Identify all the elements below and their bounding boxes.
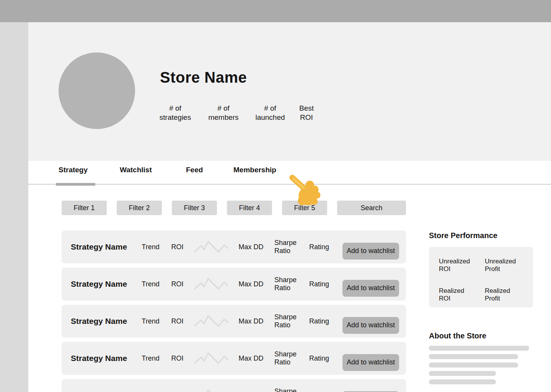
filter-3-button[interactable]: Filter 3 [172, 201, 217, 215]
store-performance-card: Unrealized ROI Unrealized Profit Realize… [429, 247, 533, 307]
tab-feed[interactable]: Feed [186, 166, 203, 174]
strategy-rating: Rating [303, 342, 335, 375]
add-to-watchlist-button[interactable]: Add to watchlist [342, 317, 399, 334]
right-panel: Store Performance Unrealized ROI Unreali… [429, 230, 533, 388]
strategy-row[interactable]: Strategy Name Trend ROI Max DD Sharpe Ra… [62, 230, 406, 263]
metric-unrealized-roi: Unrealized ROI [439, 258, 475, 278]
strategy-max-dd: Max DD [234, 230, 268, 263]
skeleton-text-bar [429, 354, 518, 359]
add-to-watchlist-cell: Add to watchlist [342, 230, 399, 263]
strategy-row[interactable]: Strategy Name Trend ROI Max DD Sharpe Ra… [62, 305, 406, 338]
stat-num-launched: # of launched [251, 104, 289, 122]
add-to-watchlist-cell: Add to watchlist [342, 305, 399, 338]
sparkline-icon [194, 342, 228, 375]
strategy-name: Strategy Name [71, 230, 132, 263]
store-page: Store Name # of strategies # of members … [0, 0, 551, 392]
strategy-roi: ROI [161, 379, 194, 392]
tab-watchlist[interactable]: Watchlist [120, 166, 152, 174]
sparkline-icon [194, 230, 228, 263]
strategy-sharpe-ratio: Sharpe Ratio [274, 305, 300, 338]
stat-num-strategies: # of strategies [156, 104, 194, 122]
strategy-sharpe-ratio: Sharpe Ratio [274, 342, 300, 375]
sparkline-icon [194, 379, 228, 392]
stat-num-members: # of members [204, 104, 243, 122]
strategy-row[interactable]: Strategy Name Trend ROI Max DD Sharpe Ra… [62, 379, 406, 392]
strategy-rating: Rating [303, 268, 335, 301]
strategy-sharpe-ratio: Sharpe Ratio [274, 379, 300, 392]
skeleton-text-bar [429, 363, 518, 368]
about-store-section: About the Store [429, 331, 533, 384]
strategy-sharpe-ratio: Sharpe Ratio [274, 230, 300, 263]
add-to-watchlist-cell: Add to watchlist [342, 268, 399, 301]
metric-unrealized-profit: Unrealized Profit [485, 258, 521, 278]
page-title: Store Name [160, 69, 247, 86]
strategy-roi: ROI [161, 268, 194, 301]
about-store-title: About the Store [429, 331, 533, 341]
strategy-max-dd: Max DD [234, 268, 268, 301]
stat-best-roi: Best ROI [295, 104, 318, 122]
metric-realized-roi: Realized ROI [439, 287, 475, 308]
add-to-watchlist-cell: Add to watchlist [342, 342, 399, 375]
add-to-watchlist-button[interactable]: Add to watchlist [342, 243, 399, 260]
store-avatar [59, 52, 135, 129]
store-stats: # of strategies # of members # of launch… [156, 104, 318, 122]
store-performance-title: Store Performance [429, 230, 533, 240]
skeleton-text-bar [429, 371, 496, 376]
strategy-max-dd: Max DD [234, 305, 268, 338]
left-sidebar [0, 22, 28, 392]
skeleton-text-bar [429, 346, 529, 351]
sparkline-icon [194, 268, 228, 301]
add-to-watchlist-button[interactable]: Add to watchlist [342, 280, 399, 297]
strategy-name: Strategy Name [71, 379, 132, 392]
strategy-name: Strategy Name [71, 268, 132, 301]
metric-realized-profit: Realized Profit [485, 287, 521, 308]
tab-strategy[interactable]: Strategy [59, 166, 88, 174]
strategy-roi: ROI [161, 230, 194, 263]
sparkline-icon [194, 305, 228, 338]
strategy-rating: Rating [303, 379, 335, 392]
strategy-rating: Rating [303, 305, 335, 338]
filter-1-button[interactable]: Filter 1 [62, 201, 107, 215]
strategy-rating: Rating [303, 230, 335, 263]
skeleton-text-bar [429, 379, 496, 384]
pointing-hand-icon [287, 173, 322, 210]
add-to-watchlist-cell: Add to watchlist [342, 379, 399, 392]
add-to-watchlist-button[interactable]: Add to watchlist [342, 354, 399, 371]
about-placeholder-text [429, 346, 533, 384]
search-button[interactable]: Search [337, 201, 406, 215]
top-bar [0, 0, 551, 22]
store-header: Store Name # of strategies # of members … [28, 22, 551, 161]
strategy-name: Strategy Name [71, 342, 132, 375]
strategy-row[interactable]: Strategy Name Trend ROI Max DD Sharpe Ra… [62, 342, 406, 375]
filter-4-button[interactable]: Filter 4 [227, 201, 272, 215]
tab-membership[interactable]: Membership [233, 166, 276, 174]
strategy-name: Strategy Name [71, 305, 132, 338]
strategy-roi: ROI [161, 342, 194, 375]
strategy-max-dd: Max DD [234, 342, 268, 375]
strategy-roi: ROI [161, 305, 194, 338]
filter-2-button[interactable]: Filter 2 [117, 201, 162, 215]
strategy-row[interactable]: Strategy Name Trend ROI Max DD Sharpe Ra… [62, 268, 406, 301]
strategy-sharpe-ratio: Sharpe Ratio [274, 268, 300, 301]
strategy-max-dd: Max DD [234, 379, 268, 392]
